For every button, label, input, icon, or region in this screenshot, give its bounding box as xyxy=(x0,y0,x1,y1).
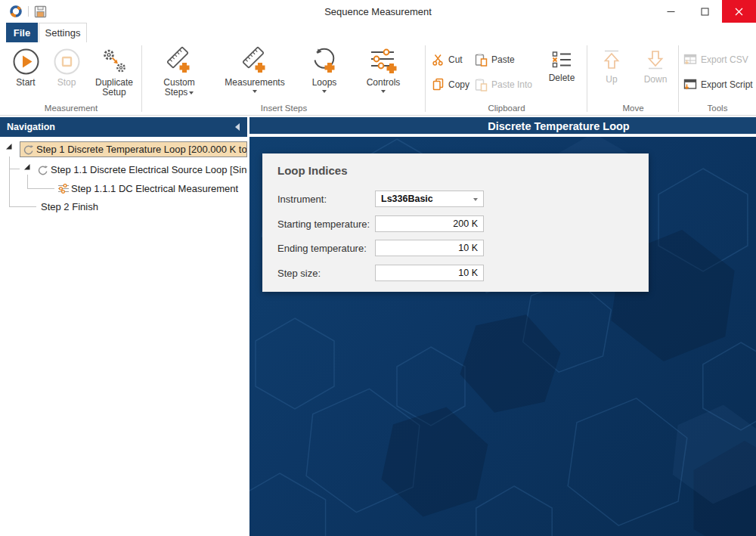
measurements-icon xyxy=(240,45,270,78)
collapse-panel-icon[interactable] xyxy=(235,123,240,131)
measurements-button[interactable]: Measurements xyxy=(222,45,287,93)
tree-item-step1-1-1[interactable]: Step 1.1.1 DC Electrical Measurement xyxy=(57,181,247,197)
tree-expander-icon[interactable] xyxy=(5,143,12,150)
field-row-starting-temperature: Starting temperature: 200 K xyxy=(277,215,484,232)
move-down-button[interactable]: Down xyxy=(636,45,675,85)
tree-connector xyxy=(9,169,20,169)
ribbon-group-move: Up Down Move xyxy=(587,42,679,115)
group-label-measurement: Measurement xyxy=(0,104,142,113)
paste-into-icon xyxy=(474,78,488,91)
start-button[interactable]: Start xyxy=(9,45,42,88)
export-script-icon xyxy=(683,79,697,91)
tab-file[interactable]: File xyxy=(6,23,38,42)
minimize-button[interactable] xyxy=(654,0,688,23)
duplicate-setup-button[interactable]: Duplicate Setup xyxy=(91,45,138,98)
controls-icon xyxy=(368,45,398,78)
play-icon xyxy=(12,45,40,78)
loop-step-icon xyxy=(38,165,48,175)
stop-button[interactable]: Stop xyxy=(50,45,83,88)
group-label-insert-steps: Insert Steps xyxy=(142,104,426,113)
delete-icon xyxy=(552,46,572,73)
ending-temperature-input[interactable]: 10 K xyxy=(375,240,484,256)
loops-caret-icon xyxy=(322,90,327,93)
tree-item-step1[interactable]: Step 1 Discrete Temperature Loop [200.00… xyxy=(20,141,247,157)
starting-temperature-input[interactable]: 200 K xyxy=(375,215,484,232)
export-csv-icon xyxy=(683,54,697,66)
qat-separator xyxy=(28,6,29,17)
close-button[interactable] xyxy=(722,0,756,23)
loops-button[interactable]: Loops xyxy=(307,45,342,93)
loops-icon xyxy=(309,45,339,78)
ribbon-group-tools: Export CSV Export Script Tools xyxy=(679,42,756,115)
starting-temperature-label: Starting temperature: xyxy=(277,218,375,230)
step-size-input[interactable]: 10 K xyxy=(375,265,484,281)
app-logo-icon xyxy=(9,5,23,18)
export-csv-button[interactable]: Export CSV xyxy=(683,49,754,70)
tree-connector xyxy=(27,175,28,188)
custom-steps-caret-icon xyxy=(189,91,194,94)
ribbon-group-clipboard: Cut Copy xyxy=(426,42,587,115)
group-label-move: Move xyxy=(587,104,679,113)
loop-indices-card: Loop Indices Instrument: Ls336Basic Star… xyxy=(262,153,649,292)
tree-item-step1-1[interactable]: Step 1.1 Discrete Electrical Source Loop… xyxy=(37,162,247,178)
export-script-button[interactable]: Export Script xyxy=(683,74,754,94)
save-icon[interactable] xyxy=(34,5,47,18)
paste-icon xyxy=(474,53,488,67)
navigation-title: Navigation xyxy=(7,122,55,132)
content-header: Discrete Temperature Loop xyxy=(249,117,756,135)
navigation-header: Navigation xyxy=(0,117,247,137)
up-arrow-icon xyxy=(600,45,623,75)
loop-step-icon xyxy=(23,144,34,155)
duplicate-setup-icon xyxy=(101,45,129,78)
card-title: Loop Indices xyxy=(277,164,348,177)
down-arrow-icon xyxy=(644,45,667,75)
titlebar: Sequence Measurement xyxy=(0,0,756,23)
navigation-tree: Step 1 Discrete Temperature Loop [200.00… xyxy=(0,137,249,536)
paste-into-button[interactable]: Paste Into xyxy=(474,74,542,94)
main-area: Navigation xyxy=(0,117,756,536)
controls-button[interactable]: Controls xyxy=(361,45,405,93)
ending-temperature-label: Ending temperature: xyxy=(277,243,375,254)
window-title: Sequence Measurement xyxy=(0,0,756,23)
content-body: Loop Indices Instrument: Ls336Basic Star… xyxy=(249,137,756,536)
tree-connector xyxy=(9,156,10,206)
measurements-caret-icon xyxy=(253,90,257,93)
delete-button[interactable]: Delete xyxy=(542,45,581,83)
move-up-button[interactable]: Up xyxy=(592,45,631,85)
custom-steps-button[interactable]: Custom Steps xyxy=(156,45,203,98)
step-size-label: Step size: xyxy=(277,268,375,279)
group-label-clipboard: Clipboard xyxy=(426,104,587,113)
instrument-label: Instrument: xyxy=(277,194,375,205)
ribbon-tab-strip: File Settings xyxy=(0,23,756,42)
controls-caret-icon xyxy=(381,90,386,93)
copy-icon xyxy=(432,78,445,91)
paste-button[interactable]: Paste xyxy=(474,49,542,70)
ribbon-group-insert-steps: Custom Steps Measurements xyxy=(142,42,426,115)
maximize-button[interactable] xyxy=(688,0,722,23)
tree-connector xyxy=(9,206,36,207)
ribbon-group-measurement: Start Stop xyxy=(0,42,142,115)
tree-expander-icon[interactable] xyxy=(23,163,30,170)
content-panel: Discrete Temperature Loop Loop Indices I… xyxy=(249,117,756,536)
group-label-tools: Tools xyxy=(679,104,756,113)
ribbon: Start Stop xyxy=(0,42,756,116)
stop-icon xyxy=(53,45,81,78)
cut-icon xyxy=(432,53,445,66)
field-row-ending-temperature: Ending temperature: 10 K xyxy=(277,240,484,256)
tab-settings[interactable]: Settings xyxy=(39,23,87,42)
cut-button[interactable]: Cut xyxy=(432,49,474,70)
copy-button[interactable]: Copy xyxy=(432,74,474,94)
tree-item-step2[interactable]: Step 2 Finish xyxy=(41,199,247,215)
quick-access-toolbar xyxy=(9,0,47,23)
navigation-panel: Navigation xyxy=(0,117,249,536)
window-controls xyxy=(654,0,756,23)
chevron-down-icon xyxy=(473,198,478,201)
field-row-step-size: Step size: 10 K xyxy=(277,265,484,281)
tree-connector xyxy=(27,188,54,189)
field-row-instrument: Instrument: Ls336Basic xyxy=(277,191,484,207)
custom-steps-icon xyxy=(164,45,194,78)
measurement-step-icon xyxy=(57,184,70,194)
instrument-combobox[interactable]: Ls336Basic xyxy=(375,191,484,207)
